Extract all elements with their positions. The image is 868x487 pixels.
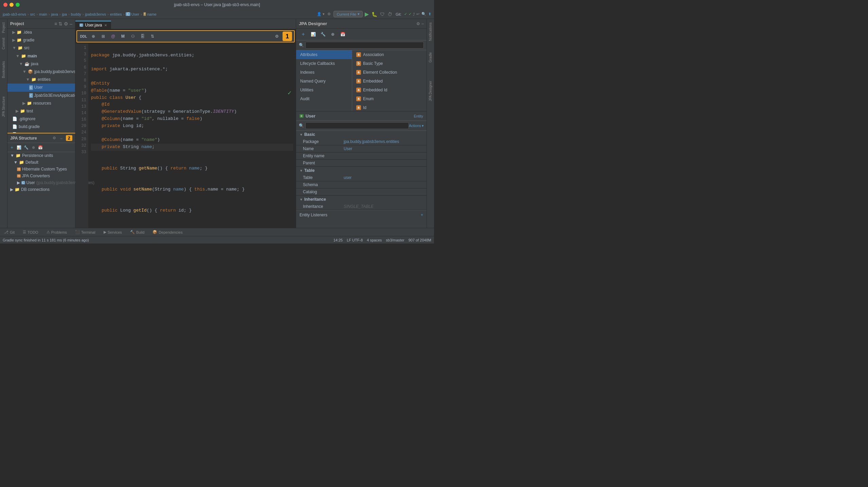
tab-build[interactable]: 🔨 Build: [126, 229, 148, 235]
tab-services[interactable]: ▶ Services: [100, 229, 126, 235]
breadcrumb-item[interactable]: java: [51, 12, 58, 16]
jpa-ddl-button[interactable]: DDL: [79, 32, 88, 41]
jpa-join-button[interactable]: ⚇: [128, 32, 137, 41]
breadcrumb-item[interactable]: jpabsb3envs: [85, 12, 106, 16]
upload-button[interactable]: ⬆: [428, 12, 431, 16]
code-content[interactable]: package jpa.buddy.jpabsb3envs.entities; …: [88, 43, 296, 228]
git-revert[interactable]: ↩: [416, 12, 419, 16]
add-entity-listener-button[interactable]: +: [421, 213, 423, 217]
tab-todo[interactable]: ☰ TODO: [19, 229, 42, 235]
vtab-gradle[interactable]: Gradle: [428, 50, 433, 65]
struct-persistence-units[interactable]: ▼📁Persistence units: [7, 152, 75, 159]
settings-button[interactable]: ⚙: [64, 21, 68, 26]
tab-terminal[interactable]: ⬛ Terminal: [71, 229, 100, 235]
search-button[interactable]: 🔍: [421, 12, 426, 16]
tree-item-gradle[interactable]: ▶📁gradle: [7, 36, 75, 44]
vtab-jpa-designer[interactable]: JPA Designer: [428, 79, 433, 103]
tree-item-resources[interactable]: ▶📁resources: [7, 100, 75, 107]
tab-git[interactable]: ⎇ Git: [0, 229, 19, 235]
entity-actions-button[interactable]: Actions ▾: [409, 124, 424, 128]
breadcrumb-field[interactable]: f name: [143, 12, 157, 16]
entity-search-input[interactable]: [305, 122, 409, 129]
back-button[interactable]: ⚙: [327, 12, 331, 16]
tab-problems[interactable]: ⚠ Problems: [42, 229, 71, 235]
close-panel-button[interactable]: –: [70, 21, 72, 26]
jpa-globe-button[interactable]: ⊕: [328, 30, 337, 39]
basic-section-header[interactable]: ▼ Basic: [296, 131, 427, 138]
vtab-commit[interactable]: Commit: [1, 36, 6, 51]
coverage-button[interactable]: 🛡: [380, 12, 385, 17]
jpa-designer-close[interactable]: –: [421, 21, 424, 26]
run-button[interactable]: ▶: [365, 11, 369, 17]
vtab-project[interactable]: Project: [1, 20, 6, 35]
jpa-add-button[interactable]: +: [299, 30, 308, 39]
tree-item-src[interactable]: ▼📁src: [7, 44, 75, 52]
jpa-entity-button[interactable]: ⊕: [89, 32, 98, 41]
tab-dependencies[interactable]: 📦 Dependencies: [148, 229, 186, 235]
struct-default[interactable]: ▼📁Default: [7, 159, 75, 166]
chart-button[interactable]: 📊: [16, 144, 22, 150]
tree-item-user[interactable]: CUser: [7, 84, 75, 91]
vtab-jpa-structure[interactable]: JPA Structure: [1, 94, 6, 119]
jpa-nav-audit[interactable]: Audit: [296, 94, 352, 103]
jpa-type-basic[interactable]: b Basic Type: [352, 59, 427, 68]
tree-item-idea[interactable]: ▶📁.idea: [7, 29, 75, 36]
jpa-annotate-button[interactable]: @: [109, 32, 117, 41]
git-push[interactable]: ✓: [409, 12, 412, 16]
debug-button[interactable]: 🐛: [372, 12, 377, 17]
current-file-button[interactable]: Current File ▾: [333, 11, 362, 17]
breadcrumb-item[interactable]: main: [39, 12, 47, 16]
inheritance-section-header[interactable]: ▼ Inheritance: [296, 196, 427, 203]
minimize-button[interactable]: [10, 3, 14, 7]
tree-item-test[interactable]: ▶📁test: [7, 107, 75, 115]
jpa-designer-settings[interactable]: ⚙: [416, 21, 420, 26]
jpa-nav-indexes[interactable]: Indexes: [296, 68, 352, 77]
sort-button[interactable]: ⇅: [58, 21, 62, 26]
jpa-merge-button[interactable]: M: [119, 32, 127, 41]
jpa-calendar-button[interactable]: 📅: [338, 30, 347, 39]
breadcrumb-item[interactable]: jpab-sb3-envs: [3, 12, 26, 16]
jpa-type-association[interactable]: a Association: [352, 50, 427, 59]
collapse-all-button[interactable]: ≡: [54, 21, 57, 26]
jpa-struct-close[interactable]: –: [58, 135, 65, 141]
jpa-nav-named-query[interactable]: Named Query: [296, 77, 352, 86]
vtab-notifications[interactable]: Notifications: [428, 20, 433, 43]
tree-item-buildgradle[interactable]: 📄build.gradle: [7, 123, 75, 131]
jpa-type-element-collection[interactable]: a Element Collection: [352, 68, 427, 77]
profile-run-button[interactable]: ⏱: [387, 12, 392, 17]
struct-hibernate-types[interactable]: HHibernate Custom Types: [7, 166, 75, 173]
breadcrumb-item[interactable]: entities: [110, 12, 122, 16]
entity-button[interactable]: ⊕: [30, 144, 36, 150]
close-tab-button[interactable]: ✕: [104, 23, 107, 27]
breadcrumb-item[interactable]: src: [30, 12, 35, 16]
jpa-chart-button[interactable]: 📊: [309, 30, 318, 39]
jpa-type-embedded-id[interactable]: a Embedded Id: [352, 86, 427, 94]
tab-user-java[interactable]: C User.java ✕: [75, 21, 111, 29]
struct-jpa-converters[interactable]: HJPA Converters: [7, 173, 75, 179]
jpa-nav-lifecycle[interactable]: Lifecycle Callbacks: [296, 59, 352, 68]
jpa-sort-button[interactable]: ⇅: [148, 32, 157, 41]
struct-user[interactable]: ▶CUser (jpa.buddy.jpabsb3envs.entities): [7, 179, 75, 186]
tree-item-package[interactable]: ▼📦jpa.buddy.jpabsb3envs: [7, 68, 75, 76]
table-section-header[interactable]: ▼ Table: [296, 167, 427, 174]
breadcrumb-item[interactable]: buddy: [71, 12, 81, 16]
config-button[interactable]: 🔧: [23, 144, 29, 150]
jpa-wrench-button[interactable]: 🔧: [319, 30, 327, 39]
git-check[interactable]: ✓: [404, 12, 407, 16]
jpa-attribute-button[interactable]: ⊞: [99, 32, 108, 41]
jpa-type-embedded[interactable]: a Embedded: [352, 77, 427, 86]
tree-item-gitignore[interactable]: 📄.gitignore: [7, 115, 75, 123]
jpa-settings-button[interactable]: ⚙: [272, 32, 281, 41]
tree-item-java[interactable]: ▼☕java: [7, 60, 75, 68]
breadcrumb-item[interactable]: jpa: [62, 12, 67, 16]
calendar-button[interactable]: 📅: [37, 144, 43, 150]
tree-item-main[interactable]: ▼📁main: [7, 52, 75, 60]
jpa-type-enum[interactable]: a Enum: [352, 94, 427, 103]
close-button[interactable]: [3, 3, 7, 7]
jpa-search-input[interactable]: [305, 42, 424, 49]
tree-item-entities[interactable]: ▼📁entities: [7, 76, 75, 84]
profile-button[interactable]: 👤 ▾: [317, 12, 325, 16]
maximize-button[interactable]: [16, 3, 20, 7]
jpa-nav-utilities[interactable]: Utilities: [296, 86, 352, 94]
tree-item-app[interactable]: CJpabSb3EnvsApplication: [7, 92, 75, 100]
